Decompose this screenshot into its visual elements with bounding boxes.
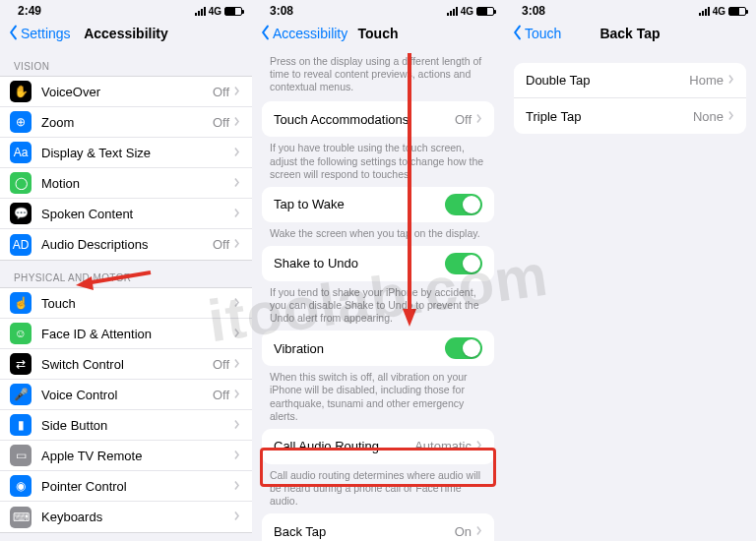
status-right: 4G: [699, 6, 746, 17]
status-network: 4G: [209, 6, 221, 17]
row-tap-to-wake: Tap to Wake: [262, 187, 494, 222]
section-hearing: HEARING: [0, 533, 252, 541]
back-label: Settings: [21, 26, 71, 41]
screen-back-tap: 3:08 4G Touch Back Tap Double TapHome Tr…: [504, 0, 756, 541]
note-tap-to-wake: Wake the screen when you tap on the disp…: [252, 222, 504, 246]
motion-icon: ◯: [10, 172, 32, 194]
row-pointer-control[interactable]: ◉Pointer Control: [0, 471, 252, 502]
signal-icon: [195, 7, 206, 16]
touch-icon: ☝: [10, 292, 32, 314]
status-network: 4G: [461, 6, 473, 17]
chevron-right-icon: [233, 510, 240, 524]
status-right: 4G: [195, 6, 242, 17]
back-label: Touch: [525, 26, 561, 41]
pointer-icon: ◉: [10, 475, 32, 497]
section-vision: VISION: [0, 49, 252, 76]
chevron-right-icon: [233, 327, 240, 341]
chevron-right-icon: [233, 115, 240, 130]
toggle-shake-to-undo[interactable]: [445, 253, 482, 274]
chevron-right-icon: [727, 73, 734, 88]
row-double-tap[interactable]: Double TapHome: [514, 63, 746, 98]
back-button[interactable]: Touch: [512, 25, 561, 43]
row-voice-control[interactable]: 🎤Voice ControlOff: [0, 380, 252, 410]
row-faceid[interactable]: ☺Face ID & Attention: [0, 319, 252, 349]
battery-icon: [224, 7, 242, 16]
zoom-icon: ⊕: [10, 111, 32, 133]
spoken-icon: 💬: [10, 203, 32, 224]
toggle-tap-to-wake[interactable]: [445, 194, 482, 215]
note-callaudio: Call audio routing determines where audi…: [252, 464, 504, 513]
row-audio-descriptions[interactable]: ADAudio DescriptionsOff: [0, 229, 252, 260]
row-motion[interactable]: ◯Motion: [0, 168, 252, 199]
chevron-right-icon: [233, 176, 240, 191]
chevron-right-icon: [727, 109, 734, 124]
row-keyboards[interactable]: ⌨Keyboards: [0, 502, 252, 532]
chevron-right-icon: [233, 296, 240, 311]
note-vibration: When this switch is off, all vibration o…: [252, 366, 504, 429]
row-switch-control[interactable]: ⇄Switch ControlOff: [0, 349, 252, 380]
keyboards-icon: ⌨: [10, 507, 32, 528]
audiodesc-icon: AD: [10, 234, 32, 256]
chevron-right-icon: [233, 449, 240, 463]
status-bar: 3:08 4G: [504, 0, 756, 18]
row-touch[interactable]: ☝Touch: [0, 288, 252, 319]
row-back-tap[interactable]: Back TapOn: [262, 513, 494, 541]
switch-icon: ⇄: [10, 353, 32, 375]
status-bar: 2:49 4G: [0, 0, 252, 18]
back-button[interactable]: Accessibility: [260, 25, 347, 43]
chevron-right-icon: [233, 418, 240, 433]
toggle-vibration[interactable]: [445, 337, 482, 359]
back-button[interactable]: Settings: [8, 25, 71, 43]
nav-bar: Touch Back Tap: [504, 18, 756, 49]
section-physical: PHYSICAL AND MOTOR: [0, 261, 252, 287]
status-time: 2:49: [18, 4, 41, 18]
row-zoom[interactable]: ⊕ZoomOff: [0, 107, 252, 138]
note-accommodations: If you have trouble using the touch scre…: [252, 137, 504, 186]
chevron-right-icon: [475, 524, 482, 539]
row-voiceover[interactable]: ✋VoiceOverOff: [0, 77, 252, 107]
status-bar: 3:08 4G: [252, 0, 504, 18]
nav-bar: Accessibility Touch: [252, 18, 504, 49]
chevron-right-icon: [475, 112, 482, 127]
status-right: 4G: [447, 6, 494, 17]
signal-icon: [699, 7, 710, 16]
chevron-right-icon: [233, 237, 240, 252]
textsize-icon: Aa: [10, 142, 32, 163]
row-triple-tap[interactable]: Triple TapNone: [514, 98, 746, 134]
chevron-right-icon: [233, 146, 240, 160]
signal-icon: [447, 7, 458, 16]
chevron-left-icon: [8, 25, 19, 43]
sidebutton-icon: ▮: [10, 414, 32, 436]
battery-icon: [476, 7, 494, 16]
nav-bar: Settings Accessibility: [0, 18, 252, 49]
chevron-right-icon: [233, 85, 240, 99]
row-spoken-content[interactable]: 💬Spoken Content: [0, 199, 252, 229]
row-touch-accommodations[interactable]: Touch AccommodationsOff: [262, 101, 494, 137]
chevron-right-icon: [233, 388, 240, 402]
row-vibration: Vibration: [262, 331, 494, 366]
row-call-audio-routing[interactable]: Call Audio RoutingAutomatic: [262, 429, 494, 464]
row-display-text-size[interactable]: AaDisplay & Text Size: [0, 138, 252, 168]
intro-note: Press on the display using a different l…: [252, 49, 504, 101]
faceid-icon: ☺: [10, 323, 32, 344]
appletv-icon: ▭: [10, 445, 32, 466]
row-shake-to-undo: Shake to Undo: [262, 246, 494, 281]
screen-accessibility: 2:49 4G Settings Accessibility VISION ✋V…: [0, 0, 252, 541]
screen-touch: 3:08 4G Accessibility Touch Press on the…: [252, 0, 504, 541]
voice-icon: 🎤: [10, 384, 32, 405]
back-label: Accessibility: [273, 26, 347, 41]
chevron-right-icon: [233, 207, 240, 221]
note-shake: If you tend to shake your iPhone by acci…: [252, 281, 504, 331]
chevron-right-icon: [475, 439, 482, 453]
chevron-left-icon: [512, 25, 523, 43]
chevron-right-icon: [233, 479, 240, 494]
row-appletv-remote[interactable]: ▭Apple TV Remote: [0, 441, 252, 471]
status-time: 3:08: [522, 4, 545, 18]
status-time: 3:08: [270, 4, 293, 18]
chevron-right-icon: [233, 357, 240, 372]
row-side-button[interactable]: ▮Side Button: [0, 410, 252, 441]
battery-icon: [728, 7, 746, 16]
status-network: 4G: [713, 6, 725, 17]
chevron-left-icon: [260, 25, 271, 43]
voiceover-icon: ✋: [10, 81, 32, 102]
